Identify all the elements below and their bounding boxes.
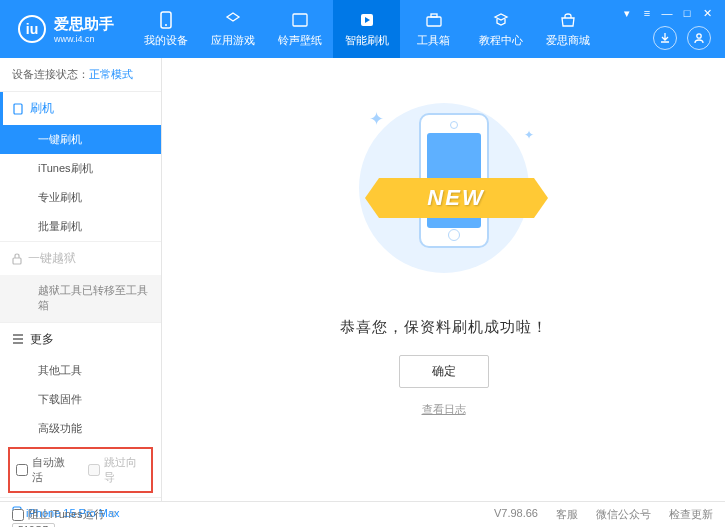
- success-message: 恭喜您，保资料刷机成功啦！: [340, 318, 548, 337]
- top-nav: 我的设备 应用游戏 铃声壁纸 智能刷机 工具箱 教程中心 爱思商城: [132, 0, 601, 58]
- nav-label: 铃声壁纸: [278, 33, 322, 48]
- user-button[interactable]: [687, 26, 711, 50]
- app-header: iu 爱思助手 www.i4.cn 我的设备 应用游戏 铃声壁纸 智能刷机 工具…: [0, 0, 725, 58]
- main-content: ✦ ✦ NEW 恭喜您，保资料刷机成功啦！ 确定 查看日志: [162, 58, 725, 501]
- sparkle-icon: ✦: [369, 108, 384, 130]
- sidebar-item-advanced[interactable]: 高级功能: [0, 414, 161, 443]
- sidebar-item-other-tools[interactable]: 其他工具: [0, 356, 161, 385]
- nav-label: 爱思商城: [546, 33, 590, 48]
- svg-rect-2: [293, 14, 307, 26]
- sidebar-item-itunes-flash[interactable]: iTunes刷机: [0, 154, 161, 183]
- sidebar-item-download-firmware[interactable]: 下载固件: [0, 385, 161, 414]
- footer-link-wechat[interactable]: 微信公众号: [596, 507, 651, 522]
- sidebar-group-more[interactable]: 更多: [0, 323, 161, 356]
- nav-label: 教程中心: [479, 33, 523, 48]
- checkbox-auto-activate[interactable]: 自动激活: [16, 455, 74, 485]
- phone-icon: [156, 10, 176, 30]
- download-button[interactable]: [653, 26, 677, 50]
- checkbox-skip-setup[interactable]: 跳过向导: [88, 455, 146, 485]
- brand-name: 爱思助手: [54, 15, 114, 34]
- nav-toolbox[interactable]: 工具箱: [400, 0, 467, 58]
- sidebar-jailbreak-note: 越狱工具已转移至工具箱: [0, 275, 161, 322]
- logo-area: iu 爱思助手 www.i4.cn: [0, 15, 132, 44]
- nav-label: 我的设备: [144, 33, 188, 48]
- new-ribbon: NEW: [379, 178, 534, 218]
- sidebar-item-onekey-flash[interactable]: 一键刷机: [0, 125, 161, 154]
- wallpaper-icon: [290, 10, 310, 30]
- sidebar-group-jailbreak: 一键越狱: [0, 242, 161, 275]
- footer-link-update[interactable]: 检查更新: [669, 507, 713, 522]
- flash-icon: [357, 10, 377, 30]
- brand-url: www.i4.cn: [54, 34, 114, 44]
- status-mode: 正常模式: [89, 68, 133, 80]
- svg-rect-7: [14, 104, 22, 114]
- sidebar-item-batch-flash[interactable]: 批量刷机: [0, 212, 161, 241]
- settings-icon[interactable]: ≡: [639, 6, 655, 20]
- menu-icon[interactable]: ▾: [619, 6, 635, 20]
- options-highlighted-box: 自动激活 跳过向导: [8, 447, 153, 493]
- version-label: V7.98.66: [494, 507, 538, 522]
- toolbox-icon: [424, 10, 444, 30]
- lock-icon: [12, 253, 22, 265]
- window-controls: ▾ ≡ — □ ✕: [619, 6, 715, 20]
- tutorial-icon: [491, 10, 511, 30]
- svg-rect-5: [431, 14, 437, 17]
- sidebar-group-flash[interactable]: 刷机: [0, 92, 161, 125]
- view-log-link[interactable]: 查看日志: [422, 402, 466, 417]
- close-button[interactable]: ✕: [699, 6, 715, 20]
- nav-label: 工具箱: [417, 33, 450, 48]
- svg-point-1: [165, 24, 167, 26]
- ok-button[interactable]: 确定: [399, 355, 489, 388]
- minimize-button[interactable]: —: [659, 6, 675, 20]
- nav-flash[interactable]: 智能刷机: [333, 0, 400, 58]
- svg-rect-4: [427, 17, 441, 26]
- device-storage: 512GB: [12, 523, 55, 527]
- svg-point-6: [697, 34, 701, 38]
- svg-rect-8: [13, 258, 21, 264]
- nav-ringtone[interactable]: 铃声壁纸: [266, 0, 333, 58]
- checkbox-block-itunes[interactable]: 阻止iTunes运行: [12, 507, 105, 522]
- app-icon: [223, 10, 243, 30]
- logo-icon: iu: [18, 15, 46, 43]
- nav-label: 智能刷机: [345, 33, 389, 48]
- more-icon: [12, 334, 24, 344]
- dropdown-icon[interactable]: ▽: [110, 510, 116, 519]
- shop-icon: [558, 10, 578, 30]
- sidebar-item-pro-flash[interactable]: 专业刷机: [0, 183, 161, 212]
- flash-small-icon: [12, 103, 24, 115]
- nav-tutorial[interactable]: 教程中心: [467, 0, 534, 58]
- sidebar: 设备连接状态：正常模式 刷机 一键刷机 iTunes刷机 专业刷机 批量刷机 一…: [0, 58, 162, 501]
- nav-label: 应用游戏: [211, 33, 255, 48]
- sparkle-icon: ✦: [524, 128, 534, 142]
- connection-status: 设备连接状态：正常模式: [0, 58, 161, 92]
- footer-link-support[interactable]: 客服: [556, 507, 578, 522]
- nav-my-device[interactable]: 我的设备: [132, 0, 199, 58]
- nav-apps[interactable]: 应用游戏: [199, 0, 266, 58]
- nav-shop[interactable]: 爱思商城: [534, 0, 601, 58]
- maximize-button[interactable]: □: [679, 6, 695, 20]
- success-illustration: ✦ ✦ NEW: [344, 88, 544, 288]
